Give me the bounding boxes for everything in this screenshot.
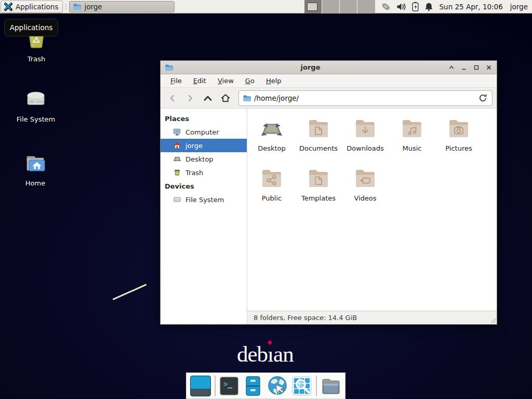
folder-label: Public <box>262 194 282 202</box>
taskbar-window-label: jorge <box>84 3 102 11</box>
home-icon <box>173 141 181 150</box>
close-button[interactable] <box>485 64 493 71</box>
tooltip-text: Applications <box>10 23 52 32</box>
folder-item-templates[interactable]: Templates <box>295 165 342 215</box>
sidebar-item-label: jorge <box>185 142 203 150</box>
hard-drive-icon <box>22 87 49 112</box>
menu-bar: File Edit View Go Help <box>161 74 497 88</box>
chevron-left-icon <box>168 94 177 103</box>
sidebar-item-trash[interactable]: Trash <box>161 166 247 179</box>
chevron-up-icon <box>203 94 213 103</box>
desktop-icon-file-system[interactable]: File System <box>7 87 64 123</box>
workspace-4[interactable] <box>357 0 375 14</box>
sidebar-places-header: Places <box>161 112 247 125</box>
pictures-folder-icon <box>446 116 471 141</box>
system-tray <box>380 2 433 12</box>
folder-item-desktop[interactable]: Desktop <box>248 115 295 165</box>
web-browser-launcher[interactable] <box>267 376 288 396</box>
file-manager-window: jorge File Edit View Go Help <box>160 60 497 325</box>
sidebar-item-desktop[interactable]: Desktop <box>161 152 247 166</box>
forward-button[interactable] <box>182 90 198 106</box>
sidebar: Places Computer jorge <box>161 109 247 324</box>
toolbar <box>161 88 497 109</box>
show-desktop-button[interactable] <box>190 376 211 396</box>
file-manager-launcher[interactable] <box>243 376 263 396</box>
window-title: jorge <box>173 63 448 71</box>
workspace-3[interactable] <box>340 0 357 14</box>
minimize-button[interactable] <box>460 64 468 71</box>
public-folder-icon <box>259 166 284 191</box>
dock: >_ <box>186 373 345 399</box>
menu-go[interactable]: Go <box>241 75 259 86</box>
dock-separator <box>316 376 317 396</box>
desktop-icon-file-system-label: File System <box>17 115 55 123</box>
folder-label: Videos <box>354 194 376 202</box>
sidebar-item-computer[interactable]: Computer <box>161 125 247 139</box>
home-button[interactable] <box>218 90 233 106</box>
shade-button[interactable] <box>448 64 455 71</box>
debian-logo-text: deb <box>237 342 268 366</box>
notifications-icon[interactable] <box>424 2 433 11</box>
applications-menu-button[interactable]: Applications <box>1 1 63 13</box>
workspace-2[interactable] <box>322 0 340 14</box>
applications-menu-label: Applications <box>16 3 58 11</box>
directory-launcher[interactable] <box>321 376 341 396</box>
maximize-button[interactable] <box>473 64 480 71</box>
folder-label: Templates <box>301 194 336 202</box>
sidebar-devices-header: Devices <box>161 179 247 193</box>
menu-help[interactable]: Help <box>261 75 286 86</box>
window-folder-icon <box>165 63 173 72</box>
folder-item-music[interactable]: Music <box>389 115 435 165</box>
folder-label: Music <box>403 144 422 152</box>
address-input[interactable] <box>254 94 474 102</box>
home-folder-icon <box>23 151 48 176</box>
battery-charging-icon[interactable] <box>411 2 420 11</box>
sidebar-item-file-system[interactable]: File System <box>161 193 247 206</box>
reload-button[interactable] <box>477 92 488 104</box>
web-browser-globe-icon <box>267 376 288 396</box>
workspace-1[interactable] <box>304 0 322 14</box>
home-icon <box>220 93 231 103</box>
documents-folder-icon <box>306 116 331 141</box>
menu-view[interactable]: View <box>213 75 238 86</box>
folder-item-downloads[interactable]: Downloads <box>342 115 389 165</box>
folder-icon <box>243 94 251 102</box>
menu-file[interactable]: File <box>166 75 187 86</box>
folder-item-videos[interactable]: Videos <box>342 165 389 215</box>
downloads-folder-icon <box>353 116 378 141</box>
computer-icon <box>173 128 181 136</box>
network-icon[interactable] <box>380 2 392 12</box>
hard-drive-icon <box>173 195 181 204</box>
app-finder-launcher[interactable] <box>291 376 312 396</box>
sidebar-item-label: Trash <box>185 169 203 177</box>
path-bar <box>238 90 493 106</box>
sidebar-item-label: File System <box>185 196 224 204</box>
trash-icon <box>173 168 181 177</box>
menu-edit[interactable]: Edit <box>189 75 211 86</box>
up-button[interactable] <box>200 90 216 106</box>
folder-icon <box>321 376 341 396</box>
desktop-icon-home-label: Home <box>25 179 45 187</box>
taskbar-grip[interactable] <box>64 2 68 11</box>
folder-item-public[interactable]: Public <box>248 165 295 215</box>
desktop-icon-home[interactable]: Home <box>7 151 64 187</box>
desktop-icon-trash-label: Trash <box>28 55 45 63</box>
panel-username[interactable]: jorge <box>510 3 528 11</box>
resize-grip[interactable] <box>490 318 496 323</box>
folder-item-documents[interactable]: Documents <box>295 115 342 165</box>
back-button[interactable] <box>165 90 180 106</box>
status-text: 8 folders, Free space: 14.4 GiB <box>254 314 357 322</box>
volume-icon[interactable] <box>396 2 406 11</box>
panel-clock[interactable]: Sun 25 Apr, 10:06 <box>440 3 503 11</box>
top-panel: Applications jorge <box>0 0 532 14</box>
music-folder-icon <box>400 116 424 141</box>
app-finder-magnifier-icon <box>291 376 312 396</box>
sidebar-item-jorge[interactable]: jorge <box>161 139 247 152</box>
workspace-switcher <box>304 0 375 14</box>
folder-item-pictures[interactable]: Pictures <box>435 115 482 165</box>
desktop-special-icon <box>259 116 284 141</box>
taskbar-window-button[interactable]: jorge <box>69 1 175 12</box>
window-titlebar[interactable]: jorge <box>161 61 497 74</box>
terminal-launcher[interactable]: >_ <box>219 376 239 396</box>
cursor-line-artifact <box>112 284 147 300</box>
